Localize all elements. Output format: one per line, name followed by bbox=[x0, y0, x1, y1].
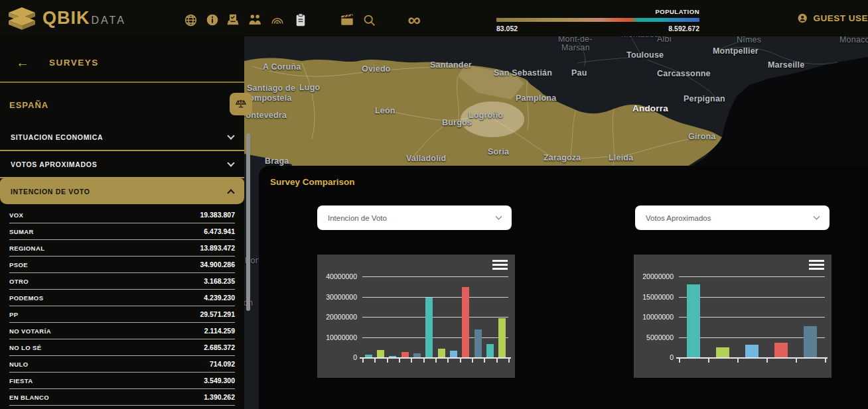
row-value: 2.114.259 bbox=[204, 327, 235, 335]
bar-PODEMOS bbox=[438, 349, 445, 357]
top-navbar: QBIK DATA bbox=[0, 0, 868, 36]
map-label: Monaco bbox=[839, 35, 868, 44]
y-tick-label: 20000000 bbox=[636, 272, 674, 280]
chart-menu-icon[interactable] bbox=[492, 260, 508, 272]
list-item: PODEMOS4.239.230 bbox=[9, 290, 235, 306]
list-item: OTRO3.168.235 bbox=[9, 273, 235, 290]
list-item: PP29.571.291 bbox=[9, 306, 235, 323]
brand-name: QBIK bbox=[42, 8, 90, 29]
map-label: Montpellier bbox=[713, 46, 759, 56]
x-tick bbox=[737, 359, 739, 363]
bar-0 bbox=[687, 284, 700, 357]
globe-icon[interactable] bbox=[183, 13, 198, 27]
row-label: EN BLANCO bbox=[9, 394, 49, 401]
survey-select-right[interactable]: Votos Aproximados bbox=[635, 205, 830, 230]
rainbow-icon[interactable] bbox=[270, 13, 285, 27]
x-tick bbox=[362, 359, 364, 363]
qbik-logo-icon[interactable] bbox=[5, 6, 38, 34]
y-tick-label: 20000000 bbox=[320, 313, 357, 321]
gridline bbox=[362, 276, 508, 277]
sidebar-scrollbar[interactable] bbox=[246, 133, 250, 311]
x-tick bbox=[825, 359, 826, 363]
x-tick bbox=[766, 359, 768, 363]
map-label: Carcassonne bbox=[657, 69, 711, 78]
survey-select-right-value: Votos Aproximados bbox=[646, 214, 711, 222]
info-icon[interactable] bbox=[205, 13, 220, 27]
chevron-down-icon bbox=[227, 159, 234, 166]
chart-menu-icon[interactable] bbox=[809, 260, 824, 272]
country-label: ESPAÑA bbox=[9, 100, 48, 110]
survey-comparison-panel: Survey Comparison Intencion de Voto Voto… bbox=[259, 166, 868, 409]
row-label: NULO bbox=[9, 361, 29, 368]
gridline bbox=[362, 317, 508, 318]
survey-select-left[interactable]: Intencion de Voto bbox=[317, 205, 512, 230]
x-tick bbox=[447, 359, 449, 363]
x-tick bbox=[423, 359, 425, 363]
map-label: Nîmes bbox=[737, 35, 761, 44]
gridline bbox=[679, 297, 825, 298]
row-value: 3.168.235 bbox=[204, 277, 235, 285]
accordion-votos-aproximados[interactable]: VOTOS APROXIMADOS bbox=[0, 151, 244, 178]
y-tick-label: 0 bbox=[320, 353, 357, 361]
bar-PP bbox=[425, 298, 433, 357]
row-label: NO VOTARÍA bbox=[9, 327, 51, 335]
bar-SUMAR bbox=[486, 344, 494, 357]
bar-NO VOTARÍA bbox=[413, 353, 421, 357]
y-tick-label: 10000000 bbox=[320, 333, 357, 341]
list-item: VOX19.383.807 bbox=[9, 207, 235, 223]
map-label: Zaragoza bbox=[543, 153, 581, 162]
row-value: 13.893.472 bbox=[200, 244, 235, 252]
clapperboard-icon[interactable] bbox=[340, 13, 354, 27]
chevron-up-icon bbox=[227, 189, 234, 196]
x-tick bbox=[387, 359, 388, 363]
bar-EN BLANCO bbox=[365, 355, 372, 357]
people-icon[interactable] bbox=[248, 13, 262, 27]
row-label: VOX bbox=[9, 211, 23, 219]
bar-4 bbox=[804, 326, 817, 357]
y-tick-label: 5000000 bbox=[636, 333, 674, 341]
x-tick bbox=[484, 359, 485, 363]
clipboard-icon[interactable] bbox=[293, 13, 308, 27]
y-tick-label: 30000000 bbox=[320, 293, 357, 301]
accordion-situacion-economica[interactable]: SITUACION ECONOMICA bbox=[0, 124, 244, 151]
gridline bbox=[362, 337, 508, 338]
map-label: Lleida bbox=[609, 153, 633, 162]
map-label: Burgos bbox=[442, 118, 472, 127]
row-value: 6.473.941 bbox=[204, 227, 235, 235]
compare-scale-button[interactable] bbox=[230, 93, 252, 115]
row-label: PSOE bbox=[9, 261, 28, 268]
back-arrow-icon[interactable]: ← bbox=[16, 55, 29, 70]
map-label: A Coruña bbox=[263, 62, 301, 72]
bar-VOX bbox=[498, 318, 506, 357]
row-label: PODEMOS bbox=[9, 294, 43, 302]
row-label: FIESTA bbox=[9, 377, 33, 384]
survey-select-left-value: Intencion de Voto bbox=[328, 214, 387, 222]
map-label: León bbox=[375, 106, 396, 115]
x-tick bbox=[411, 359, 412, 363]
list-item: NULO714.092 bbox=[9, 356, 235, 373]
y-tick-label: 40000000 bbox=[320, 272, 357, 280]
survey-results-list: VOX19.383.807SUMAR6.473.941REGIONAL13.89… bbox=[0, 207, 244, 406]
gridline bbox=[362, 297, 508, 298]
user-menu[interactable]: GUEST USE bbox=[798, 9, 868, 27]
x-tick bbox=[508, 359, 510, 363]
population-gradient-bar bbox=[496, 18, 699, 22]
map-label: Santander bbox=[430, 60, 472, 70]
x-tick bbox=[496, 359, 498, 363]
chart-intencion-de-voto: 010000000200000003000000040000000 bbox=[317, 255, 515, 378]
accordion-intencion-de-voto[interactable]: INTENCION DE VOTO bbox=[0, 178, 244, 204]
bar-NULO bbox=[389, 356, 396, 357]
map-label: Valladolid bbox=[406, 154, 446, 163]
ballot-box-icon[interactable] bbox=[226, 13, 240, 27]
row-value: 2.685.372 bbox=[204, 343, 235, 351]
bar-NO LO SÉ bbox=[401, 352, 409, 357]
map-label: San Sebastián bbox=[494, 68, 552, 78]
gridline bbox=[679, 276, 825, 277]
chevron-down-icon bbox=[496, 213, 502, 220]
accordion-label: VOTOS APROXIMADOS bbox=[11, 160, 97, 168]
x-tick bbox=[472, 359, 473, 363]
meta-icon[interactable]: ∞ bbox=[407, 13, 421, 27]
y-tick-label: 15000000 bbox=[636, 293, 674, 301]
row-label: OTRO bbox=[9, 278, 29, 285]
search-icon[interactable] bbox=[362, 13, 376, 27]
